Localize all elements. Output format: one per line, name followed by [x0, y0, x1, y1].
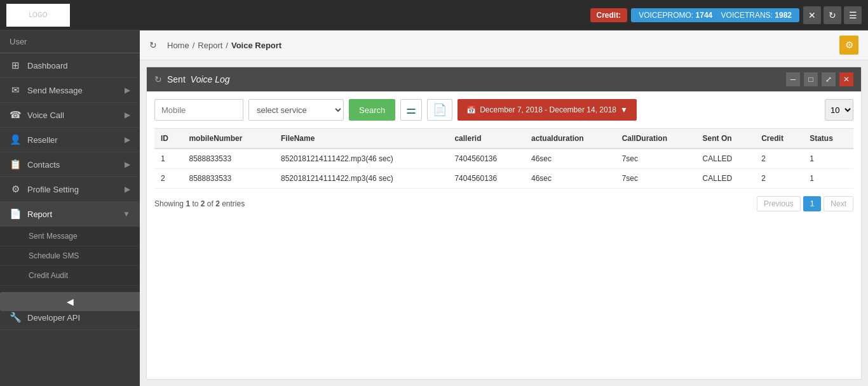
- breadcrumb-refresh-icon[interactable]: ↻: [149, 40, 157, 50]
- sidebar-item-profile-setting-label: Profile Setting: [27, 185, 125, 194]
- chevron-down-icon: ▼: [123, 210, 130, 218]
- sidebar-item-contacts-label: Contacts: [27, 160, 125, 170]
- cell-status: 1: [803, 169, 853, 189]
- panel-close-button[interactable]: ✕: [839, 72, 853, 86]
- panel-expand-button[interactable]: ⤢: [822, 72, 836, 86]
- pagination-controls: Previous 1 Next: [757, 196, 853, 211]
- dashboard-icon: ⊞: [10, 60, 21, 71]
- breadcrumb-home[interactable]: Home: [167, 41, 189, 50]
- panel-refresh-icon[interactable]: ↻: [154, 74, 162, 84]
- panel-body: select service Search ⚌ 📄 📅 December 7, …: [147, 91, 861, 219]
- col-header-callerid: callerid: [448, 129, 525, 149]
- col-header-credit: Credit: [755, 129, 803, 149]
- report-icon: 📄: [10, 208, 21, 220]
- sidebar-item-contacts[interactable]: 📋 Contacts ▶: [0, 152, 140, 177]
- col-header-actualduration: actualduration: [525, 129, 616, 149]
- sidebar-item-profile-setting[interactable]: ⚙ Profile Setting ▶: [0, 177, 140, 202]
- table-row: 185888335338520181214111422.mp3(46 sec)7…: [154, 149, 853, 169]
- sidebar-item-voice-call-label: Voice Call: [27, 110, 125, 120]
- sidebar-item-report-label: Report: [27, 210, 123, 219]
- pagination-bar: Showing 1 to 2 of 2 entries Previous 1 N…: [154, 196, 853, 211]
- table-header-row: ID mobileNumber FileName callerid actual…: [154, 129, 853, 149]
- panel-title-prefix: Sent: [167, 74, 186, 84]
- panel-restore-button[interactable]: □: [804, 72, 818, 86]
- date-range-text: December 7, 2018 - December 14, 2018: [480, 105, 616, 114]
- cell-filename[interactable]: 8520181214111422.mp3(46 sec): [275, 169, 448, 189]
- main-content: ↻ Home / Report / Voice Report ⚙ ↻ Sent …: [140, 30, 868, 386]
- page-1-button[interactable]: 1: [803, 196, 822, 211]
- sidebar-item-developer-api-label: Developer API: [27, 313, 130, 323]
- date-range-button[interactable]: 📅 December 7, 2018 - December 14, 2018 ▼: [458, 99, 637, 121]
- panel-title: ↻ Sent Voice Log: [154, 74, 230, 84]
- sidebar-subitem-sent-message[interactable]: Sent Message: [0, 227, 140, 246]
- cell-id: 1: [154, 149, 182, 169]
- header-right: Credit: VOICEPROMO: 1744 VOICETRANS: 198…: [590, 6, 862, 24]
- menu-button[interactable]: ☰: [844, 6, 862, 24]
- chevron-right-icon: ▶: [125, 185, 130, 194]
- cell-senton: CALLED: [696, 149, 756, 169]
- top-header: LOGO Credit: VOICEPROMO: 1744 VOICETRANS…: [0, 0, 868, 30]
- settings-gear-button[interactable]: ⚙: [839, 36, 858, 55]
- breadcrumb-sep2: /: [226, 41, 228, 50]
- breadcrumb: Home / Report / Voice Report: [167, 41, 281, 50]
- filter-row: select service Search ⚌ 📄 📅 December 7, …: [154, 99, 853, 121]
- refresh-window-button[interactable]: ↻: [824, 6, 841, 24]
- service-select[interactable]: select service: [248, 99, 344, 121]
- sidebar-user-label: User: [0, 30, 140, 53]
- sidebar-item-report[interactable]: 📄 Report ▼: [0, 202, 140, 227]
- chevron-right-icon: ▶: [125, 110, 130, 119]
- cell-callerid[interactable]: 7404560136: [448, 169, 525, 189]
- cell-mobile[interactable]: 8588833533: [182, 169, 275, 189]
- breadcrumb-current: Voice Report: [231, 41, 281, 50]
- sidebar: User ⊞ Dashboard ✉ Send Message ▶ ☎ Voic…: [0, 30, 140, 386]
- sidebar-item-dashboard-label: Dashboard: [27, 61, 130, 70]
- panel-minimize-button[interactable]: ─: [786, 72, 800, 86]
- sidebar-subitem-schedule-sms[interactable]: Schedule SMS: [0, 246, 140, 266]
- breadcrumb-report[interactable]: Report: [198, 41, 222, 50]
- export-excel-button[interactable]: ⚌: [400, 99, 422, 121]
- cell-callerid[interactable]: 7404560136: [448, 149, 525, 169]
- col-header-mobile: mobileNumber: [182, 129, 275, 149]
- profile-setting-icon: ⚙: [10, 183, 21, 195]
- sidebar-collapse-button[interactable]: ◀: [0, 292, 140, 311]
- sidebar-subitem-credit-audit[interactable]: Credit Audit: [0, 266, 140, 286]
- col-header-callduration: CallDuration: [616, 129, 696, 149]
- sidebar-item-reseller-label: Reseller: [27, 135, 125, 145]
- breadcrumb-sep1: /: [193, 41, 195, 50]
- cell-credit: 2: [755, 149, 803, 169]
- per-page-select[interactable]: 10 25 50: [825, 99, 853, 121]
- sidebar-item-dashboard[interactable]: ⊞ Dashboard: [0, 53, 140, 78]
- cell-actualduration: 46sec: [525, 169, 616, 189]
- excel-icon: ⚌: [406, 103, 416, 117]
- logo: LOGO: [6, 4, 70, 27]
- cell-filename[interactable]: 8520181214111422.mp3(46 sec): [275, 149, 448, 169]
- credit-badge: Credit:: [590, 8, 628, 22]
- sidebar-item-send-message[interactable]: ✉ Send Message ▶: [0, 78, 140, 103]
- contacts-icon: 📋: [10, 159, 21, 170]
- cell-senton: CALLED: [696, 169, 756, 189]
- previous-page-button[interactable]: Previous: [757, 196, 801, 211]
- showing-text: Showing 1 to 2 of 2 entries: [154, 199, 245, 208]
- cell-callduration: 7sec: [616, 149, 696, 169]
- chevron-down-icon: ▼: [620, 105, 628, 114]
- panel-title-em: Voice Log: [191, 74, 230, 84]
- col-header-id: ID: [154, 129, 182, 149]
- cell-callduration: 7sec: [616, 169, 696, 189]
- search-button[interactable]: Search: [349, 99, 395, 121]
- header-icons: ✕ ↻ ☰: [803, 6, 862, 24]
- chevron-right-icon: ▶: [125, 135, 130, 144]
- chevron-right-icon: ▶: [125, 160, 130, 169]
- sidebar-item-reseller[interactable]: 👤 Reseller ▶: [0, 128, 140, 152]
- developer-api-icon: 🔧: [10, 312, 21, 323]
- voice-log-table: ID mobileNumber FileName callerid actual…: [154, 128, 853, 189]
- close-window-button[interactable]: ✕: [803, 6, 821, 24]
- next-page-button[interactable]: Next: [824, 196, 853, 211]
- col-header-filename: FileName: [275, 129, 448, 149]
- cell-status: 1: [803, 149, 853, 169]
- mobile-input[interactable]: [154, 99, 243, 121]
- cell-mobile[interactable]: 8588833533: [182, 149, 275, 169]
- cell-credit: 2: [755, 169, 803, 189]
- send-message-icon: ✉: [10, 84, 21, 96]
- sidebar-item-voice-call[interactable]: ☎ Voice Call ▶: [0, 103, 140, 128]
- export-pdf-button[interactable]: 📄: [427, 99, 452, 121]
